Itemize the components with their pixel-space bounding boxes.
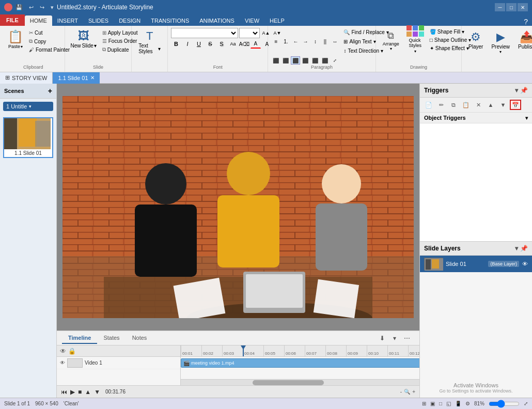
slide-tab[interactable]: 1.1 Slide 01 ✕ <box>53 72 99 84</box>
trigger-move-up-button[interactable]: ▲ <box>485 100 496 110</box>
triggers-pin-icon[interactable]: 📌 <box>520 87 528 94</box>
preview-button[interactable]: ▶ Preview ▾ <box>488 28 513 57</box>
underline-button[interactable]: U <box>194 39 204 49</box>
object-triggers-collapse[interactable]: ▾ <box>525 115 528 121</box>
align-right-button[interactable]: ⬛ <box>291 56 300 65</box>
tab-design[interactable]: DESIGN <box>114 15 146 26</box>
scene-item[interactable]: 1 Untitle ▾ <box>3 102 53 111</box>
bold-button[interactable]: B <box>171 39 181 49</box>
columns-button[interactable]: || <box>320 38 330 46</box>
align-center-button[interactable]: ⬛ <box>281 56 290 65</box>
tab-transitions[interactable]: TRANSITIONS <box>146 15 194 26</box>
quick-styles-button[interactable]: QuickStyles ▾ <box>404 28 427 51</box>
justify-button[interactable]: ⬛ <box>301 56 310 65</box>
numbers-button[interactable]: 1. <box>281 38 290 46</box>
quick-access-redo[interactable]: ↪ <box>40 4 44 11</box>
eye-all-icon[interactable]: 👁 <box>60 348 66 355</box>
play-start-button[interactable]: ⏮ <box>61 388 67 396</box>
increase-indent-button[interactable]: → <box>301 38 310 46</box>
strikethrough-button[interactable]: S <box>205 39 215 49</box>
font-name-select[interactable] <box>171 28 238 38</box>
minimize-button[interactable]: ─ <box>495 3 505 11</box>
view-notes-icon[interactable]: ◱ <box>446 401 451 406</box>
player-button[interactable]: ⚙ Player <box>465 28 487 52</box>
track-eye-icon[interactable]: 👁 <box>60 360 65 366</box>
text-direction-button[interactable]: ↔ <box>330 38 339 46</box>
triggers-collapse-icon[interactable]: ▾ <box>515 87 518 94</box>
align-left-button[interactable]: ⬛ <box>271 56 280 65</box>
para-btn-6[interactable]: ⬛ <box>320 56 330 65</box>
font-size-select[interactable] <box>239 28 260 38</box>
timeline-scrollbar[interactable] <box>181 379 419 385</box>
scenes-add-icon[interactable]: + <box>48 87 52 95</box>
playhead[interactable] <box>243 345 244 356</box>
stop-button[interactable]: ■ <box>78 388 82 396</box>
timeline-collapse-button[interactable]: ▾ <box>389 334 400 343</box>
close-button[interactable]: ✕ <box>518 3 528 11</box>
trigger-move-down-button[interactable]: ▼ <box>497 100 509 110</box>
trigger-copy-button[interactable]: ⧉ <box>448 100 459 110</box>
tab-animations[interactable]: ANIMATIONS <box>194 15 240 26</box>
maximize-button[interactable]: □ <box>506 3 517 11</box>
bullets-button[interactable]: ≡ <box>271 38 280 46</box>
zoom-in-button[interactable]: + <box>412 389 415 395</box>
quick-access-save[interactable]: 💾 <box>15 4 23 11</box>
tab-home[interactable]: HOME <box>25 15 52 26</box>
change-case-button[interactable]: Aa <box>228 39 238 49</box>
decrease-indent-button[interactable]: ← <box>291 38 300 46</box>
view-outline-icon[interactable]: ▣ <box>430 401 435 406</box>
publish-button[interactable]: 📤 Publish <box>514 28 532 52</box>
base-layer-row[interactable]: Slide 01 (Base Layer) 👁 <box>420 256 532 272</box>
quick-access-more[interactable]: ▾ <box>51 4 54 11</box>
slide-tab-close-icon[interactable]: ✕ <box>90 75 95 81</box>
timeline-settings-button[interactable]: ⋯ <box>402 334 412 343</box>
zoom-out-button[interactable]: - <box>400 389 402 395</box>
down-arrow-button[interactable]: ▼ <box>94 388 100 396</box>
help-icon[interactable]: ? <box>524 18 528 26</box>
view-normal-icon[interactable]: ⊞ <box>422 401 426 406</box>
fit-to-window-icon[interactable]: ⤢ <box>524 401 528 406</box>
layers-pin-icon[interactable]: 📌 <box>520 245 528 252</box>
line-spacing-button[interactable]: ↕ <box>310 38 320 46</box>
trigger-paste-button[interactable]: 📋 <box>460 100 472 110</box>
lock-all-icon[interactable]: 🔒 <box>68 348 76 355</box>
new-slide-button[interactable]: 🖼 New Slide ▾ <box>68 28 99 50</box>
window-controls[interactable]: ─ □ ✕ <box>495 3 528 11</box>
view-slide-icon[interactable]: □ <box>439 401 442 406</box>
slide-canvas[interactable] <box>62 96 414 318</box>
paste-button[interactable]: 📋 Paste ▾ <box>5 28 26 54</box>
tab-insert[interactable]: INSERT <box>52 15 83 26</box>
para-btn-5[interactable]: ⬛ <box>310 56 320 65</box>
play-button[interactable]: ▶ <box>70 388 75 396</box>
slide-thumbnail[interactable]: 1.1 Slide 01 <box>3 117 53 158</box>
story-view-tab[interactable]: ⊞ STORY VIEW <box>0 72 53 84</box>
font-color-button[interactable]: A <box>251 39 261 49</box>
zoom-slider[interactable] <box>489 400 520 408</box>
quick-access-undo[interactable]: ↩ <box>29 4 34 11</box>
trigger-delete-button[interactable]: ✕ <box>473 100 484 110</box>
trigger-calendar-button[interactable]: 📅 <box>510 100 521 110</box>
timeline-insert-button[interactable]: ⬇ <box>377 334 387 343</box>
shadow-button[interactable]: S <box>216 39 227 49</box>
tab-view[interactable]: VIEW <box>240 15 264 26</box>
video-clip[interactable]: 🎬 meeting video 1.mp4 <box>181 358 419 368</box>
italic-button[interactable]: I <box>182 39 193 49</box>
file-tab[interactable]: FILE <box>0 14 25 26</box>
para-expand[interactable]: ⤢ <box>330 56 339 65</box>
trigger-new-button[interactable]: 📄 <box>423 100 434 110</box>
layers-collapse-icon[interactable]: ▾ <box>515 245 518 252</box>
clear-format-button[interactable]: A⌫ <box>239 39 249 49</box>
trigger-edit-button[interactable]: ✏ <box>435 100 447 110</box>
notes-tab[interactable]: Notes <box>126 333 153 344</box>
view-mobile-icon[interactable]: 📱 <box>455 401 461 406</box>
scrollbar-thumb[interactable] <box>253 380 324 385</box>
layer-eye-icon[interactable]: 👁 <box>522 261 528 267</box>
tab-slides[interactable]: SLIDES <box>83 15 114 26</box>
timeline-tab[interactable]: Timeline <box>62 333 97 344</box>
up-arrow-button[interactable]: ▲ <box>85 388 91 396</box>
settings-icon[interactable]: ⚙ <box>465 401 470 406</box>
text-styles-button[interactable]: T Text Styles ▾ <box>135 28 164 56</box>
arrange-button[interactable]: ⧉ Arrange ▾ <box>379 28 403 54</box>
tab-help[interactable]: HELP <box>264 15 290 26</box>
states-tab[interactable]: States <box>97 333 126 344</box>
